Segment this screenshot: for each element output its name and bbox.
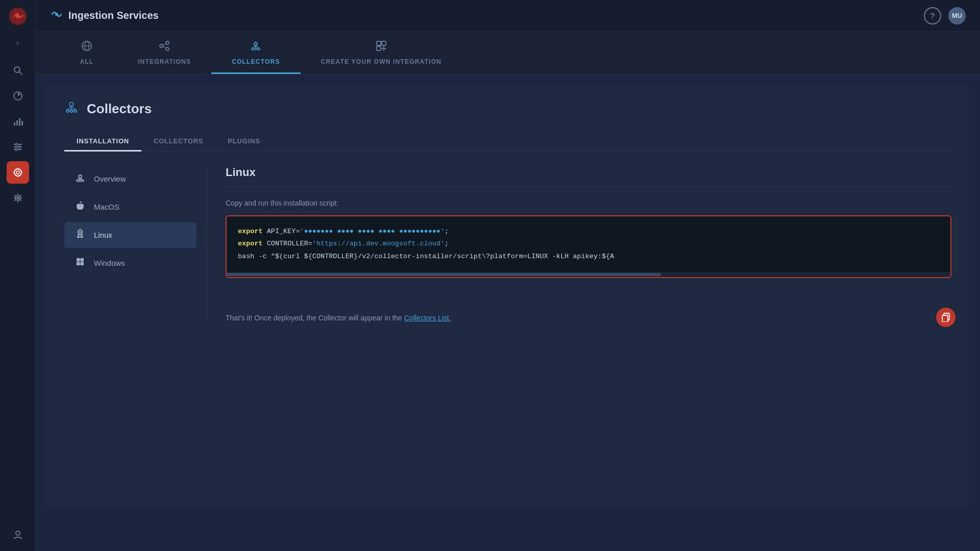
tab-create[interactable]: CREATE YOUR OWN INTEGRATION [301,32,462,74]
semi-2: ; [445,240,449,247]
content-inner: Collectors INSTALLATION COLLECTORS PLUGI… [46,85,970,508]
left-nav-linux[interactable]: Linux [64,222,197,248]
two-column-layout: Overview MacOS Linux [64,166,951,322]
var-api-key: API_KEY= [267,228,300,235]
svg-point-59 [79,232,80,233]
sidebar-item-analytics[interactable] [7,85,29,107]
svg-point-51 [79,175,82,178]
linux-icon [74,229,87,241]
svg-point-23 [55,13,58,16]
user-avatar[interactable]: MU [948,7,966,24]
svg-line-38 [256,45,259,48]
svg-point-34 [255,48,257,50]
windows-icon [74,257,87,269]
tab-create-label: CREATE YOUR OWN INTEGRATION [321,58,442,65]
svg-point-60 [81,232,82,233]
tab-all-label: ALL [80,58,94,65]
svg-point-1 [16,14,20,18]
svg-line-48 [68,106,71,110]
tab-integrations-label: INTEGRATIONS [138,58,191,65]
left-nav-overview-label: Overview [94,174,126,183]
page-title: Linux [226,166,951,187]
overview-icon [74,172,87,185]
sidebar-item-search[interactable] [7,59,29,82]
tab-collectors-icon [250,40,262,55]
svg-point-22 [16,531,20,535]
keyword-export-2: export [238,240,263,247]
sidebar-item-metrics[interactable] [7,110,29,133]
help-button[interactable]: ? [924,7,941,24]
app-title: Ingestion Services [68,10,159,21]
svg-point-14 [15,148,17,151]
svg-point-28 [166,41,169,44]
val-api-key: '●●●●●●● ●●●● ●●●● ●●●● ●●●●●●●●●●' [300,228,445,235]
tab-collectors[interactable]: COLLECTORS [211,32,300,74]
svg-line-31 [163,46,166,48]
logo-icon [50,8,63,24]
keyword-export-1: export [238,228,263,235]
sidebar-expand-button[interactable]: › [7,35,29,51]
right-content: Linux Copy and run this installation scr… [207,166,951,322]
code-line-3: bash -c "$(curl ${CONTROLLER}/v2/collect… [238,251,939,263]
left-nav-macos-label: MacOS [94,203,119,211]
sidebar-item-user[interactable] [7,523,29,546]
content-area: Collectors INSTALLATION COLLECTORS PLUGI… [36,74,980,551]
tab-all[interactable]: ALL [56,32,117,74]
svg-point-16 [16,171,19,174]
svg-point-45 [66,110,69,112]
code-line-1: export API_KEY='●●●●●●● ●●●● ●●●● ●●●● ●… [238,226,939,238]
tab-all-icon [81,40,93,55]
left-nav-linux-label: Linux [94,231,112,239]
svg-point-10 [15,143,17,145]
left-nav-macos[interactable]: MacOS [64,194,197,220]
left-nav-windows[interactable]: Windows [64,250,197,276]
svg-rect-40 [382,41,386,45]
svg-rect-64 [81,262,84,266]
sub-tab-installation[interactable]: INSTALLATION [64,132,141,152]
apple-icon [74,201,87,213]
svg-point-21 [16,197,19,199]
sidebar-item-alerts[interactable] [7,161,29,184]
code-scrollbar-thumb[interactable] [227,273,661,276]
svg-rect-6 [16,120,18,126]
left-nav-overview[interactable]: Overview [64,166,197,192]
svg-point-29 [166,47,169,51]
svg-rect-39 [377,41,381,45]
svg-line-3 [19,72,22,74]
app-logo-icon[interactable] [7,5,29,28]
svg-point-54 [82,180,84,182]
svg-line-50 [71,106,75,110]
footer-text-static: That's it! Once deployed, the Collector … [226,314,404,322]
sub-tab-plugins[interactable]: PLUGINS [215,132,272,152]
svg-point-47 [74,110,77,112]
svg-rect-61 [77,258,80,262]
svg-point-35 [258,48,260,50]
section-title: Collectors [87,101,152,117]
svg-rect-63 [77,262,80,266]
tab-create-icon [375,40,387,55]
sidebar-item-settings-tune[interactable] [7,136,29,158]
code-scrollbar[interactable] [227,272,950,277]
tab-integrations-icon [158,40,170,55]
collectors-list-link[interactable]: Collectors List. [404,314,451,322]
sidebar: › [0,0,36,551]
code-block[interactable]: export API_KEY='●●●●●●● ●●●● ●●●● ●●●● ●… [227,216,950,272]
code-line-2: export CONTROLLER='https://api.dev.moogs… [238,238,939,250]
svg-rect-66 [942,315,948,322]
tab-integrations[interactable]: INTEGRATIONS [117,32,211,74]
val-controller: 'https://api.dev.moogsoft.cloud' [312,240,445,247]
svg-point-27 [160,44,163,47]
svg-point-52 [77,180,79,182]
semi-1: ; [445,228,449,235]
main-area: Ingestion Services ? MU ALL INTEGRATIONS… [36,0,980,551]
cmd-bash: bash -c "$(curl ${CONTROLLER}/v2/collect… [238,253,614,260]
svg-point-46 [70,110,73,112]
svg-line-36 [253,45,256,48]
svg-rect-62 [81,258,84,262]
svg-rect-7 [19,118,20,126]
sidebar-item-config[interactable] [7,187,29,209]
nav-tabs: ALL INTEGRATIONS COLLECTORS CREATE YOUR … [36,32,980,74]
copy-button[interactable] [936,308,955,327]
svg-point-12 [18,146,20,148]
sub-tab-collectors[interactable]: COLLECTORS [141,132,215,152]
